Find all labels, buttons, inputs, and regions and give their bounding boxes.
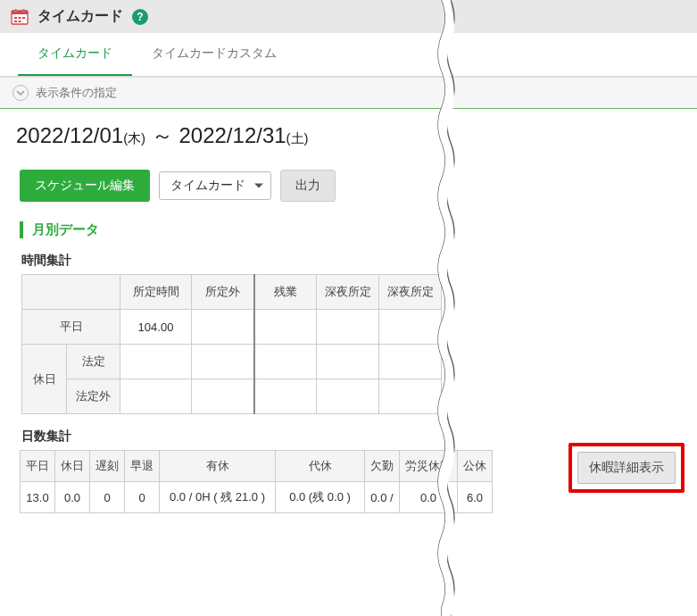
- tab-timecard-custom[interactable]: タイムカードカスタム: [132, 33, 296, 76]
- dval-kekkin: 0.0 /: [365, 482, 400, 513]
- svg-rect-1: [12, 11, 28, 14]
- dcol-chikoku: 遅刻: [90, 451, 125, 482]
- cell-nonlegal-shoteigai: [192, 379, 254, 414]
- tab-timecard[interactable]: タイムカード: [18, 33, 132, 76]
- row-nonlegal: 法定外: [67, 379, 120, 414]
- calendar-icon: [11, 8, 29, 26]
- date-end-weekday: (土): [286, 130, 309, 146]
- th-shinya-shotei2: 深夜所定: [379, 275, 442, 310]
- dcol-koukyu: 公休: [458, 451, 493, 482]
- th-shotei-jikan: 所定時間: [120, 275, 192, 310]
- svg-rect-5: [19, 17, 21, 19]
- date-separator: ～: [152, 123, 173, 147]
- cell-legal-shinya2: [379, 345, 442, 379]
- output-button[interactable]: 出力: [280, 170, 336, 202]
- dcol-heijitsu: 平日: [21, 451, 55, 482]
- dval-kyujitsu: 0.0: [55, 482, 90, 513]
- cell-weekday-shinya: [317, 310, 379, 345]
- dval-rousai: 0.0: [400, 482, 458, 513]
- view-select[interactable]: タイムカード: [159, 171, 271, 200]
- dval-chikoku: 0: [90, 482, 125, 513]
- dval-daikyu: 0.0 (残 0.0 ): [276, 482, 365, 513]
- cell-nonlegal-shotei: [120, 379, 192, 414]
- display-conditions-bar[interactable]: 表示条件の指定: [0, 77, 697, 109]
- row-holiday: 休日: [22, 345, 67, 414]
- row-weekday: 平日: [22, 310, 120, 345]
- dcol-kekkin: 欠勤: [365, 451, 400, 482]
- dcol-yukyu: 有休: [160, 451, 276, 482]
- date-end: 2022/12/31: [178, 123, 286, 147]
- cell-nonlegal-shinya2: [379, 379, 442, 414]
- controls-row: スケジュール編集 タイムカード 出力: [0, 162, 697, 214]
- time-summary-table: 所定時間 所定外 残業 深夜所定 深夜所定 平日 104.00 休日 法定 法定…: [21, 274, 442, 414]
- dval-yukyu: 0.0 / 0H ( 残 21.0 ): [160, 482, 276, 513]
- th-shinya-shotei: 深夜所定: [317, 275, 379, 310]
- th-zangyo: 残業: [254, 275, 317, 310]
- help-icon[interactable]: ?: [132, 9, 148, 25]
- dval-koukyu: 6.0: [458, 482, 493, 513]
- chevron-down-icon: [12, 85, 29, 101]
- svg-rect-7: [14, 21, 17, 22]
- view-select-value: タイムカード: [170, 178, 245, 194]
- cell-weekday-shinya2: [379, 310, 442, 345]
- th-blank: [22, 275, 120, 310]
- schedule-edit-button[interactable]: スケジュール編集: [20, 170, 150, 202]
- dval-heijitsu: 13.0: [21, 482, 55, 513]
- cell-legal-zangyo: [254, 345, 317, 379]
- dcol-rousai: 労災休業: [400, 451, 458, 482]
- svg-rect-8: [19, 21, 21, 22]
- cell-legal-shotei: [120, 345, 192, 379]
- tabs: タイムカード タイムカードカスタム: [0, 33, 697, 77]
- cell-weekday-shotei: 104.00: [120, 310, 192, 345]
- section-monthly-data: 月別データ: [20, 221, 677, 238]
- page-header: タイムカード ?: [0, 0, 697, 33]
- dcol-daikyu: 代休: [276, 451, 365, 482]
- cell-nonlegal-zangyo: [254, 379, 317, 414]
- th-shoteigai: 所定外: [192, 275, 254, 310]
- page-title: タイムカード: [37, 7, 123, 26]
- cell-legal-shoteigai: [192, 345, 254, 379]
- date-start: 2022/12/01: [16, 123, 123, 147]
- day-summary-wrapper: 平日 休日 遅刻 早退 有休 代休 欠勤 労災休業 公休 13.0 0.0 0 …: [20, 450, 677, 513]
- svg-rect-4: [14, 17, 17, 19]
- vacation-detail-button[interactable]: 休暇詳細表示: [577, 452, 676, 484]
- cell-weekday-shoteigai: [192, 310, 254, 345]
- dval-soutai: 0: [125, 482, 160, 513]
- time-summary-title: 時間集計: [21, 253, 676, 269]
- cell-weekday-zangyo: [254, 310, 317, 345]
- display-conditions-label: 表示条件の指定: [36, 85, 117, 101]
- caret-down-icon: [254, 184, 263, 188]
- date-start-weekday: (木): [123, 130, 145, 146]
- svg-rect-6: [22, 17, 25, 19]
- date-range: 2022/12/01(木) ～ 2022/12/31(土): [0, 109, 697, 162]
- cell-legal-shinya: [317, 345, 379, 379]
- dcol-kyujitsu: 休日: [55, 451, 90, 482]
- cell-nonlegal-shinya: [317, 379, 379, 414]
- svg-rect-3: [23, 9, 25, 12]
- row-legal: 法定: [67, 345, 120, 379]
- highlight-annotation: 休暇詳細表示: [568, 443, 685, 493]
- svg-rect-2: [15, 9, 17, 12]
- day-summary-table: 平日 休日 遅刻 早退 有休 代休 欠勤 労災休業 公休 13.0 0.0 0 …: [20, 450, 493, 513]
- dcol-soutai: 早退: [125, 451, 160, 482]
